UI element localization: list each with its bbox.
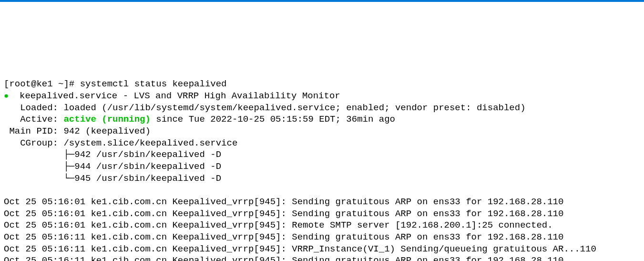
command-text: systemctl status keepalived: [80, 79, 227, 89]
log-line: Oct 25 05:16:11 ke1.cib.com.cn Keepalive…: [4, 255, 563, 261]
main-pid-line: Main PID: 942 (keepalived): [4, 126, 151, 136]
tree-branch-icon: ├─: [4, 149, 74, 160]
log-line: Oct 25 05:16:11 ke1.cib.com.cn Keepalive…: [4, 244, 596, 254]
tree-end-icon: └─: [4, 173, 74, 184]
log-line: Oct 25 05:16:01 ke1.cib.com.cn Keepalive…: [4, 220, 553, 230]
active-prefix: Active:: [4, 114, 63, 125]
log-line: Oct 25 05:16:11 ke1.cib.com.cn Keepalive…: [4, 232, 563, 242]
log-line: Oct 25 05:16:01 ke1.cib.com.cn Keepalive…: [4, 209, 563, 219]
cgroup-line: CGroup: /system.slice/keepalived.service: [4, 138, 237, 148]
process-2: 944 /usr/sbin/keepalived -D: [74, 161, 221, 172]
terminal-output[interactable]: [root@ke1 ~]# systemctl status keepalive…: [4, 78, 640, 261]
active-state: active (running): [63, 114, 150, 125]
process-1: 942 /usr/sbin/keepalived -D: [74, 149, 221, 160]
prompt: [root@ke1 ~]#: [4, 79, 80, 89]
log-line: Oct 25 05:16:01 ke1.cib.com.cn Keepalive…: [4, 197, 563, 207]
loaded-line: Loaded: loaded (/usr/lib/systemd/system/…: [4, 103, 526, 113]
tree-branch-icon: ├─: [4, 161, 74, 172]
active-suffix: since Tue 2022-10-25 05:15:59 EDT; 36min…: [151, 114, 395, 125]
process-3: 945 /usr/sbin/keepalived -D: [74, 173, 221, 184]
status-bullet-icon: ●: [4, 92, 9, 101]
service-line: keepalived.service - LVS and VRRP High A…: [9, 91, 340, 101]
